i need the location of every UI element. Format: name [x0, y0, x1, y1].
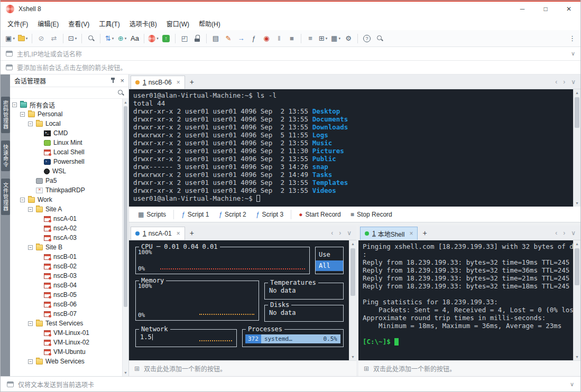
lock-screen-icon[interactable] — [191, 32, 203, 45]
xftp-transfer-icon[interactable]: ↑ — [160, 32, 172, 45]
tile-layout-icon[interactable]: ▦▾ — [330, 32, 342, 45]
fullscreen-icon[interactable]: ◰ — [179, 32, 190, 45]
close-button[interactable]: ✕ — [557, 2, 580, 16]
search-icon[interactable] — [117, 89, 124, 96]
tree-item-local-shell[interactable]: Local Shell — [10, 147, 122, 157]
tab-nav-next-icon[interactable]: › — [339, 229, 341, 237]
tree-item-thinkpadrdp[interactable]: ThinkpadRDP — [10, 185, 122, 195]
maximize-button[interactable]: □ — [534, 2, 557, 16]
transfer-icon[interactable]: ⇅▾ — [104, 32, 115, 45]
scroll-thumb[interactable] — [575, 248, 579, 285]
tree-item-linux-mint[interactable]: Linux Mint — [10, 138, 122, 147]
address-bar[interactable]: 主机,IP地址或会话名称 ∨ — [1, 47, 580, 61]
expander-icon[interactable]: − — [28, 321, 33, 326]
scroll-down-icon[interactable]: ▼ — [349, 353, 356, 360]
tab-nav-next-icon[interactable]: › — [563, 229, 565, 237]
pin-icon[interactable] — [110, 78, 115, 83]
tree-item-nscb-05[interactable]: nscB-05 — [10, 290, 122, 300]
zoom-icon[interactable] — [374, 32, 385, 45]
record-icon[interactable]: ◉ — [261, 32, 272, 45]
tree-item-personal[interactable]: −Personal — [10, 109, 122, 119]
menu-item-4[interactable]: 工具(T) — [94, 17, 124, 30]
scroll-up-icon[interactable]: ▲ — [574, 240, 580, 247]
open-folder-icon[interactable]: ▾ — [17, 32, 29, 45]
scriptbar-script-1[interactable]: Script 1 — [177, 209, 214, 220]
tab-本地shell[interactable]: 1本地Shell× — [360, 227, 418, 240]
expander-icon[interactable]: − — [12, 102, 17, 107]
tab-close-icon[interactable]: × — [177, 230, 180, 237]
tree-item-nscb-06[interactable]: nscB-06 — [10, 300, 122, 309]
tab-nav-menu-icon[interactable]: ∨ — [347, 229, 352, 237]
highlight-icon[interactable]: ✎ — [223, 32, 234, 45]
tree-item-vm-linux-02[interactable]: VM-Linux-02 — [10, 338, 122, 347]
tree-item-site-a[interactable]: −Site A — [10, 204, 122, 214]
tab-nav-menu-icon[interactable]: ∨ — [571, 78, 576, 86]
duplicate-session-icon[interactable]: ⊡▾ — [67, 32, 78, 45]
tree-item-所有会话[interactable]: −所有会话 — [10, 100, 122, 109]
cpu-view-selector[interactable]: Use All — [315, 247, 344, 274]
new-tab-button[interactable]: + — [190, 78, 194, 86]
scriptbar-scripts[interactable]: Scripts — [133, 209, 171, 220]
tab-nsca-01[interactable]: 1nscA-01× — [131, 227, 185, 240]
new-tab-button[interactable]: + — [190, 229, 194, 237]
scroll-thumb[interactable] — [575, 97, 579, 128]
monitor-terminal[interactable]: CPU ─ 0.01 0.04 0.01 100% 0% Use All Mem… — [129, 240, 356, 360]
main-terminal-scrollbar[interactable]: ▲ ▼ — [573, 89, 580, 207]
address-dropdown-icon[interactable]: ∨ — [571, 50, 575, 57]
session-search-row[interactable] — [10, 87, 128, 99]
tab-nav-menu-icon[interactable]: ∨ — [571, 229, 576, 237]
compose-pane-icon[interactable]: ▤ — [210, 32, 222, 45]
side-tab-3[interactable]: 文件管理器 — [1, 179, 10, 215]
expander-icon[interactable]: − — [28, 359, 33, 364]
expander-icon[interactable]: − — [28, 245, 33, 250]
tree-item-site-b[interactable]: −Site B — [10, 242, 122, 252]
tree-item-pa5[interactable]: Pa5 — [10, 176, 122, 185]
tree-item-wsl[interactable]: WSL — [10, 166, 122, 176]
panel-close-icon[interactable]: × — [120, 77, 124, 84]
menu-item-7[interactable]: 帮助(H) — [194, 17, 225, 30]
scriptbar-script-2[interactable]: Script 2 — [214, 209, 251, 220]
scroll-down-icon[interactable]: ▼ — [574, 353, 580, 360]
tab-nav-prev-icon[interactable]: ‹ — [555, 78, 557, 86]
tree-item-web-services[interactable]: −Web Services — [10, 357, 122, 366]
tab-close-icon[interactable]: × — [177, 79, 180, 86]
scroll-up-icon[interactable]: ▲ — [349, 240, 356, 247]
font-icon[interactable]: Aa — [129, 32, 141, 45]
tree-item-nsca-03[interactable]: nscA-03 — [10, 233, 122, 242]
tab-close-icon[interactable]: × — [409, 230, 413, 237]
local-add-button-bar[interactable]: ⊞ 双击此处添加一个新的按钮。 — [358, 360, 580, 376]
web-browser-icon[interactable]: ⊕▾ — [116, 32, 128, 45]
scroll-up-icon[interactable]: ▲ — [574, 89, 580, 96]
tab-nav-prev-icon[interactable]: ‹ — [331, 229, 333, 237]
tree-item-nscb-04[interactable]: nscB-04 — [10, 281, 122, 290]
tree-item-nscb-07[interactable]: nscB-07 — [10, 309, 122, 319]
selector-option-all[interactable]: All — [316, 260, 343, 271]
tab-nav-prev-icon[interactable]: ‹ — [555, 229, 557, 237]
disconnect-icon[interactable]: ⊘ — [35, 32, 47, 45]
tree-item-work[interactable]: −Work — [10, 195, 122, 204]
tree-item-nsca-01[interactable]: nscA-01 — [10, 214, 122, 223]
tree-item-nscb-02[interactable]: nscB-02 — [10, 262, 122, 271]
menu-item-3[interactable]: 查看(V) — [63, 17, 94, 30]
scriptbar-script-3[interactable]: Script 3 — [251, 209, 288, 220]
find-icon[interactable] — [85, 32, 97, 45]
tab-nscb-06[interactable]: 1nscB-06× — [131, 76, 185, 89]
side-tab-2[interactable]: 快速命令 — [1, 141, 10, 171]
tab-nav-next-icon[interactable]: › — [563, 78, 565, 86]
menu-item-2[interactable]: 编辑(E) — [33, 17, 63, 30]
monitor-terminal-scrollbar[interactable]: ▲ ▼ — [349, 240, 356, 360]
properties-pane-icon[interactable]: ≡ — [305, 32, 316, 45]
scroll-thumb[interactable] — [124, 106, 127, 307]
tree-item-cmd[interactable]: CMD — [10, 128, 122, 138]
selector-option-use[interactable]: Use — [316, 249, 343, 260]
tree-item-nscb-01[interactable]: nscB-01 — [10, 252, 122, 262]
new-tab-icon[interactable]: ⊞▾ — [317, 32, 329, 45]
scroll-up-icon[interactable]: ▲ — [123, 99, 128, 106]
local-terminal[interactable]: Pinging xshell.com [18.239.199.33] with … — [358, 240, 580, 360]
stop-icon[interactable]: ■ — [286, 32, 298, 45]
help-icon[interactable]: ? — [361, 32, 373, 45]
scroll-down-icon[interactable]: ▼ — [123, 369, 128, 376]
main-terminal[interactable]: user01@alan-Virtual-Machine:~$ ls -ltota… — [129, 89, 580, 207]
expander-icon[interactable]: − — [28, 207, 33, 212]
menu-item-1[interactable]: 文件(F) — [3, 17, 33, 30]
